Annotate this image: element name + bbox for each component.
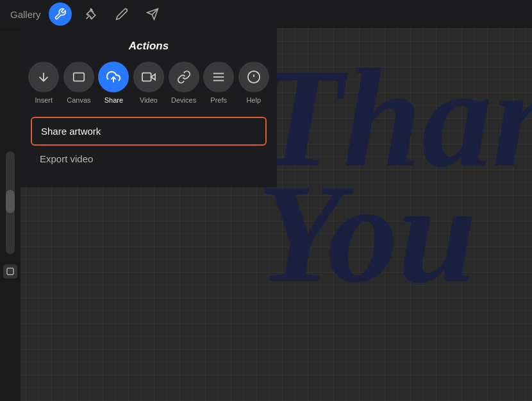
actions-title: Actions	[21, 28, 277, 62]
prefs-label: Prefs	[210, 96, 227, 104]
video-icon-circle	[133, 62, 164, 92]
svg-marker-7	[151, 74, 155, 80]
send-icon[interactable]	[141, 3, 164, 26]
action-devices[interactable]: Devices	[167, 62, 201, 104]
export-video-label: Export video	[40, 153, 93, 164]
wrench-icon[interactable]	[49, 3, 72, 26]
svg-rect-5	[74, 73, 85, 81]
share-artwork-label: Share artwork	[41, 126, 101, 137]
share-icon-circle	[98, 62, 129, 92]
action-prefs[interactable]: Prefs	[202, 62, 236, 104]
insert-label: Insert	[35, 96, 53, 104]
action-help[interactable]: Help	[237, 62, 270, 104]
devices-icon-circle	[169, 62, 199, 92]
sidebar-bottom-button[interactable]	[3, 264, 17, 278]
eyedropper-icon[interactable]	[79, 3, 103, 26]
share-artwork-item[interactable]: Share artwork	[31, 117, 267, 146]
share-submenu: Share artwork Export video	[21, 114, 277, 175]
svg-line-0	[86, 16, 88, 19]
topbar: Gallery	[0, 0, 532, 28]
left-sidebar	[0, 28, 21, 401]
action-share[interactable]: Share	[97, 62, 131, 104]
video-label: Video	[140, 96, 158, 104]
prefs-icon-circle	[203, 62, 234, 92]
svg-rect-8	[142, 73, 151, 81]
action-canvas[interactable]: Canvas	[62, 62, 96, 104]
stylus-icon[interactable]	[110, 3, 133, 26]
canvas-icon-circle	[63, 62, 94, 92]
scroll-thumb[interactable]	[6, 190, 15, 213]
insert-icon-circle	[28, 62, 59, 92]
action-video[interactable]: Video	[132, 62, 166, 104]
actions-panel: Actions Insert Canvas	[21, 28, 277, 187]
actions-icons-row: Insert Canvas Share	[21, 62, 277, 114]
help-label: Help	[246, 96, 261, 104]
canvas-label: Canvas	[67, 96, 90, 104]
devices-label: Devices	[171, 96, 196, 104]
svg-rect-3	[7, 268, 13, 275]
gallery-button[interactable]: Gallery	[10, 9, 41, 20]
action-insert[interactable]: Insert	[27, 62, 61, 104]
help-icon-circle	[238, 62, 269, 92]
scroll-track	[6, 151, 15, 254]
export-video-item[interactable]: Export video	[31, 146, 267, 172]
share-label: Share	[104, 96, 123, 104]
